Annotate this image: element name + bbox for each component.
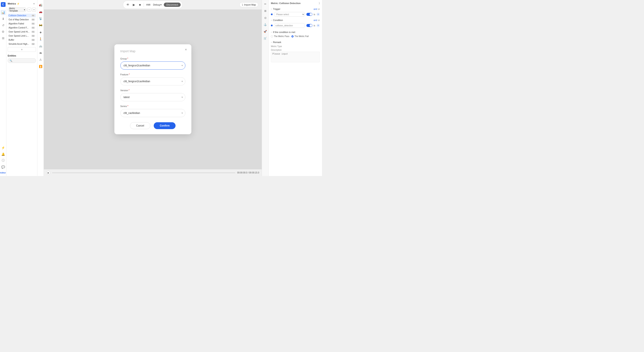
- right-tool-cart-icon[interactable]: 🛒: [263, 36, 268, 41]
- right-tool-rocket-icon[interactable]: 🚀: [263, 29, 268, 34]
- metrics-collapse-btn[interactable]: «: [32, 2, 36, 6]
- tool-bicycle-icon[interactable]: 🚲: [38, 43, 43, 48]
- description-input[interactable]: [271, 52, 320, 62]
- metrics-filter-icon[interactable]: ⚡: [17, 3, 20, 5]
- nav-icon-bell[interactable]: 🔔: [1, 152, 6, 157]
- tool-truck-icon[interactable]: 🚛: [38, 2, 43, 7]
- modal-close-btn[interactable]: ×: [184, 47, 188, 52]
- nav-icon-settings[interactable]: ⚙: [1, 29, 6, 34]
- right-tool-pencil-icon[interactable]: ✏: [263, 2, 268, 7]
- toolbar-play-btn[interactable]: ▶: [131, 2, 137, 8]
- tool-motorcycle-icon[interactable]: 🏍: [38, 50, 43, 55]
- right-panel-close-btn[interactable]: ⟩: [319, 2, 320, 5]
- version-select[interactable]: latest: [120, 93, 185, 101]
- right-panel: Metric: Collision Detection ⟩ − Trigger …: [268, 0, 322, 176]
- series-field: Series * cfd_caofeidian ▾: [120, 105, 185, 117]
- metric-item-name: Algorithm Failed: [8, 23, 30, 25]
- metric-badge: S1: [31, 23, 35, 25]
- nav-icon-upload[interactable]: ⬇: [1, 16, 6, 22]
- metric-type-field: Metric Type: [271, 45, 320, 48]
- trigger-plus-btn[interactable]: +: [316, 13, 320, 16]
- tool-antenna-icon[interactable]: 📡: [38, 16, 43, 21]
- metric-item-outofmap[interactable]: Out of Map Detection S1: [8, 18, 36, 22]
- right-tool-gauge-icon[interactable]: ◎: [263, 16, 268, 20]
- toolbar-stop-btn[interactable]: ■: [137, 2, 143, 8]
- metric-item-algofailed[interactable]: Algorithm Failed S1: [8, 22, 36, 26]
- toolbar-debug-chevron: ▾: [160, 4, 162, 6]
- metric-item-collision[interactable]: Collision Detection S1: [8, 14, 36, 17]
- feature-select[interactable]: cfd_fengrun2caofeidian: [120, 77, 185, 85]
- metric-item-buffer[interactable]: Buffer S2: [8, 38, 36, 42]
- right-tool-table-icon[interactable]: ⊞: [263, 9, 268, 13]
- nav-icon-lightning[interactable]: ⚡: [1, 145, 6, 150]
- tool-cone-icon[interactable]: 🚧: [38, 23, 43, 28]
- remark-section: − Remark Metric Type Description: [271, 40, 320, 64]
- template-minus-btn[interactable]: −: [27, 8, 31, 12]
- tool-navigation-icon[interactable]: ◈: [38, 30, 43, 35]
- metrics-panel-title: Metrics ⚡: [8, 2, 20, 5]
- template-select-btn[interactable]: Metric Template ▾: [8, 7, 26, 12]
- nav-icon-history[interactable]: ↺: [1, 23, 6, 28]
- nav-icon-metrics[interactable]: 📊: [1, 10, 6, 15]
- condition-and-btn[interactable]: and: [314, 19, 317, 22]
- tool-chevrons-icon[interactable]: ⏫: [38, 64, 43, 69]
- remark-section-header: − Remark: [271, 41, 320, 44]
- condition-plus-btn[interactable]: +: [316, 24, 320, 27]
- metric-item-name: Over Speed Limit Hi...: [8, 31, 30, 33]
- template-plus-btn[interactable]: +: [32, 8, 36, 12]
- toolbar-disconnect-btn[interactable]: Disconnect: [164, 3, 180, 7]
- trigger-or-btn[interactable]: or: [318, 8, 320, 10]
- condition-section-header: − Condition and or: [271, 19, 320, 22]
- toolbar-eye-btn[interactable]: 👁: [125, 2, 131, 8]
- entities-search-input[interactable]: [8, 58, 36, 63]
- metric-item-simulink[interactable]: Simulink Accel High... S2: [8, 42, 36, 46]
- feature-field: Feature * cfd_fengrun2caofeidian ▾: [120, 73, 185, 85]
- toolbar-debug-btn[interactable]: Debug ▾: [152, 4, 163, 6]
- metric-item-overspeedlo[interactable]: Over Speed Limit L... S2: [8, 34, 36, 38]
- condition-toggle[interactable]: [306, 24, 312, 27]
- met-fail-radio[interactable]: [292, 35, 294, 38]
- nav-icon-layers[interactable]: ⊞: [1, 36, 6, 41]
- condition-value-display[interactable]: collision_detection: [274, 23, 305, 28]
- condition-collapse-icon[interactable]: −: [271, 19, 272, 22]
- nav-icon-chat[interactable]: 💬: [1, 164, 6, 169]
- condition-dot: [271, 25, 272, 26]
- add-metric-btn[interactable]: +: [8, 47, 36, 52]
- metric-item-algocontrol[interactable]: Algorithm Control F... S1: [8, 26, 36, 30]
- import-map-btn[interactable]: ⤵ Import Map: [240, 2, 258, 7]
- series-select[interactable]: cfd_caofeidian: [120, 109, 185, 117]
- met-pass-radio[interactable]: [271, 35, 273, 38]
- group-select[interactable]: cfd_fengrun2caofeidian: [120, 61, 185, 70]
- top-toolbar: 👁 ▶ ■ HMI Debug ▾ Disconnect ⤵ Import Ma…: [44, 0, 262, 10]
- template-dropdown: Metric Template ▾ − +: [8, 7, 36, 12]
- right-panel-header: Metric: Collision Detection ⟩: [271, 2, 320, 5]
- canvas-area: × Import Map Group * cfd_fengrun2caofeid…: [44, 10, 262, 169]
- trigger-collapse-icon[interactable]: −: [271, 8, 272, 10]
- tool-person-icon[interactable]: 🚶: [38, 36, 43, 42]
- modal-title: Import Map: [120, 50, 185, 53]
- modal-confirm-btn[interactable]: Confirm: [154, 122, 176, 129]
- met-pass-option[interactable]: The Metric Pass: [271, 35, 289, 38]
- metric-badge: S1: [31, 27, 35, 29]
- nav-icon-info[interactable]: ⓘ: [1, 158, 6, 163]
- modal-backdrop: × Import Map Group * cfd_fengrun2caofeid…: [44, 10, 262, 169]
- tool-warning-icon[interactable]: ⚠: [38, 57, 43, 62]
- trigger-and-btn[interactable]: and: [314, 8, 317, 10]
- condition-row: collision_detection is +: [271, 23, 320, 28]
- right-tool-anchor-icon[interactable]: ⚓: [263, 22, 268, 27]
- met-section: − If the condition is met The Metric Pas…: [271, 30, 320, 38]
- met-collapse-icon[interactable]: −: [271, 31, 272, 33]
- metric-item-name: Out of Map Detection: [8, 19, 30, 21]
- modal-cancel-btn[interactable]: Cancel: [130, 122, 150, 129]
- trigger-toggle[interactable]: [306, 13, 312, 16]
- condition-or-btn[interactable]: or: [318, 19, 320, 22]
- description-label: Description: [271, 49, 320, 51]
- metrics-panel-header: Metrics ⚡ «: [8, 2, 36, 6]
- metric-item-overspeedhi[interactable]: Over Speed Limit Hi... S1: [8, 30, 36, 34]
- remark-collapse-icon[interactable]: −: [271, 41, 272, 44]
- met-fail-option[interactable]: The Metric Fail: [292, 35, 308, 38]
- timeline-slider[interactable]: [52, 172, 236, 173]
- trigger-select[interactable]: Please select: [274, 12, 305, 17]
- tool-car-icon[interactable]: 🚗: [38, 9, 43, 14]
- timeline-play-btn[interactable]: ▶: [46, 171, 50, 175]
